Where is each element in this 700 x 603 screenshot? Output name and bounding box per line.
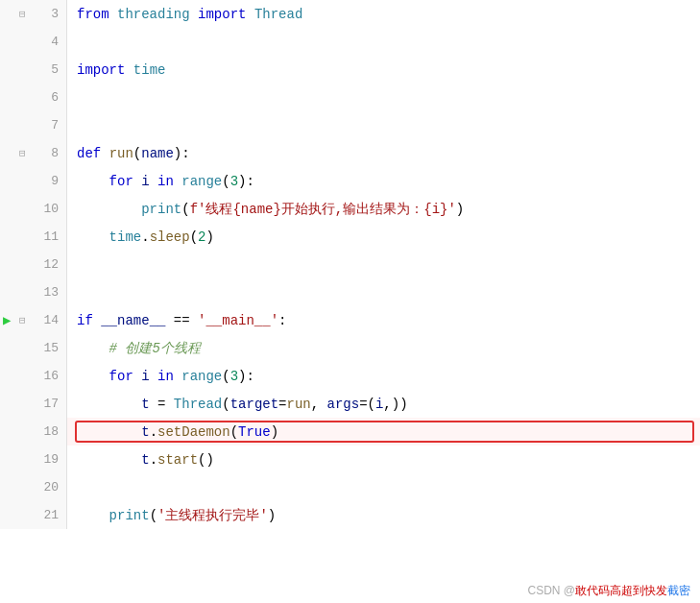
token-fn-name: run	[287, 397, 311, 412]
token-plain: =	[278, 397, 286, 412]
line-content-12	[67, 251, 700, 278]
token-module: time	[109, 229, 142, 245]
token-plain	[77, 202, 141, 217]
line-number-4: 4	[0, 28, 67, 56]
line-content-3: from threading import Thread	[67, 0, 700, 28]
line-number-17: 17	[0, 390, 67, 418]
fold-icon[interactable]: ⊟	[19, 147, 26, 159]
line-row-8: ⊟8def run(name):	[0, 139, 700, 167]
token-plain: ()	[198, 452, 214, 468]
token-true-val: True	[238, 424, 271, 440]
token-module: threading	[117, 7, 190, 22]
line-number-9: 9	[0, 167, 67, 195]
token-plain: (	[133, 146, 141, 161]
line-content-6	[67, 84, 700, 111]
line-number-10: 10	[0, 195, 67, 223]
token-fstring: f'线程{name}开始执行,输出结果为：{i}'	[190, 201, 456, 218]
token-param: name	[141, 146, 174, 161]
line-content-18: t.setDaemon(True)	[67, 418, 700, 446]
watermark: CSDN @敢代码高超到快发截密	[527, 583, 690, 599]
token-number: 3	[230, 174, 238, 189]
line-number-15: 15	[0, 334, 67, 362]
token-class-name: Thread	[174, 397, 222, 412]
line-row-3: ⊟3from threading import Thread	[0, 0, 700, 28]
token-plain	[133, 369, 141, 384]
token-param: t	[141, 424, 149, 440]
line-content-17: t = Thread(target=run, args=(i,))	[67, 390, 700, 418]
token-plain: ):	[238, 369, 254, 384]
token-plain	[93, 313, 101, 328]
token-param: i	[375, 397, 383, 412]
token-plain: :	[278, 313, 286, 328]
token-plain: ,))	[383, 397, 407, 412]
line-content-19: t.start()	[67, 446, 700, 473]
line-number-21: 21	[0, 501, 67, 529]
token-module: time	[133, 62, 166, 78]
line-content-14: if __name__ == '__main__':	[67, 306, 700, 334]
line-row-14: ▶⊟14if __name__ == '__main__':	[0, 306, 700, 334]
line-row-9: 9 for i in range(3):	[0, 167, 700, 195]
line-number-12: 12	[0, 251, 67, 278]
code-lines-area: ⊟3from threading import Thread45import t…	[0, 0, 700, 603]
line-content-15: # 创建5个线程	[67, 334, 700, 362]
token-builtin: range	[181, 174, 222, 189]
line-content-8: def run(name):	[67, 139, 700, 167]
token-plain	[174, 174, 181, 189]
token-param: target	[230, 397, 278, 412]
token-plain: .	[150, 424, 157, 440]
token-kw: import	[198, 7, 246, 22]
watermark-prefix: CSDN @	[527, 584, 575, 597]
line-row-17: 17 t = Thread(target=run, args=(i,))	[0, 390, 700, 418]
token-plain	[246, 7, 253, 22]
token-plain: .	[150, 452, 157, 468]
token-method: start	[157, 452, 198, 468]
token-fn-name: run	[109, 146, 133, 161]
line-row-4: 4	[0, 28, 700, 56]
watermark-blue: 截密	[667, 584, 690, 597]
line-content-11: time.sleep(2)	[67, 223, 700, 251]
token-plain	[77, 229, 109, 245]
token-plain: ):	[238, 174, 254, 189]
line-row-21: 21 print('主线程执行完毕')	[0, 501, 700, 529]
token-plain: =(	[359, 397, 375, 412]
watermark-red: 敢代码高超到快发	[575, 584, 667, 597]
token-method: sleep	[150, 229, 190, 245]
token-plain: )	[271, 424, 278, 440]
token-number: 2	[198, 229, 205, 245]
line-number-19: 19	[0, 446, 67, 473]
line-row-11: 11 time.sleep(2)	[0, 223, 700, 251]
token-plain: (	[222, 397, 229, 412]
line-number-3: ⊟3	[0, 0, 67, 28]
line-number-20: 20	[0, 473, 67, 501]
token-plain: =	[150, 397, 174, 412]
token-plain: )	[268, 508, 276, 523]
token-plain: ):	[174, 146, 190, 161]
token-kw: for	[109, 174, 133, 189]
token-kw: for	[109, 369, 133, 384]
line-number-14: ▶⊟14	[0, 306, 67, 334]
token-class-name: Thread	[254, 7, 302, 22]
line-content-4	[67, 28, 700, 56]
line-row-12: 12	[0, 251, 700, 278]
line-row-18: 18 t.setDaemon(True)	[0, 418, 700, 446]
fold-icon[interactable]: ⊟	[19, 8, 26, 20]
token-builtin: print	[141, 202, 181, 217]
line-row-7: 7	[0, 111, 700, 139]
token-plain: )	[205, 229, 213, 245]
token-param: args	[327, 397, 360, 412]
line-row-13: 13	[0, 278, 700, 306]
line-number-16: 16	[0, 362, 67, 390]
fold-icon[interactable]: ⊟	[19, 314, 26, 326]
token-param: i	[141, 174, 149, 189]
token-param: i	[141, 369, 149, 384]
token-plain	[150, 174, 157, 189]
token-kw: if	[77, 313, 93, 328]
token-plain	[77, 424, 141, 440]
line-content-10: print(f'线程{name}开始执行,输出结果为：{i}')	[67, 195, 700, 223]
line-content-13	[67, 278, 700, 306]
line-row-5: 5import time	[0, 56, 700, 84]
line-content-16: for i in range(3):	[67, 362, 700, 390]
token-kw: def	[77, 146, 101, 161]
token-plain: (	[230, 424, 238, 440]
token-plain: (	[150, 508, 157, 523]
